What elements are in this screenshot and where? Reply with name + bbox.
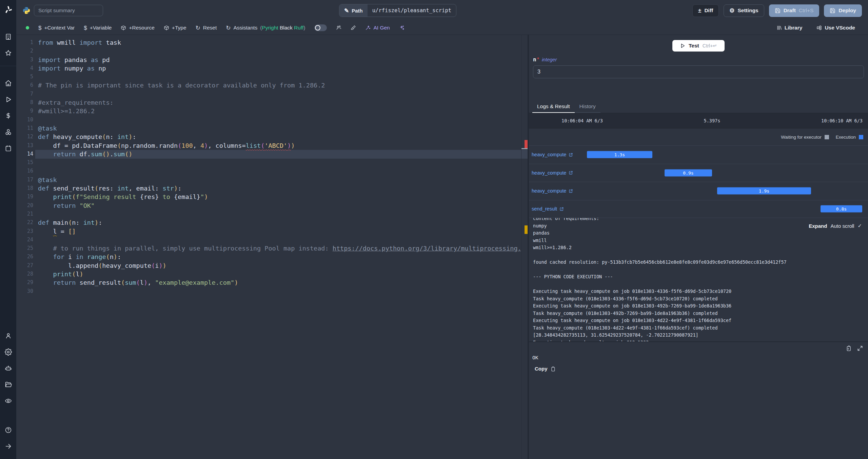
calendar-icon[interactable]	[0, 140, 16, 156]
code-line[interactable]: return send_result(sum(l), "example@exam…	[38, 278, 521, 287]
code-line[interactable]	[38, 236, 521, 244]
code-line[interactable]: #extra_requirements:	[38, 98, 521, 107]
draft-button[interactable]: Draft Ctrl+S	[769, 4, 820, 17]
line-number: 1	[16, 38, 33, 47]
task-link[interactable]: heavy_compute	[532, 152, 573, 157]
code-line[interactable]: def main(n: int):	[38, 218, 521, 227]
code-line[interactable]: return "OK"	[38, 201, 521, 210]
line-number: 5	[16, 73, 33, 81]
code-line[interactable]: print(f"Sending result {res} to {email}"…	[38, 193, 521, 201]
copy-button[interactable]: Copy	[535, 366, 868, 372]
ai-gen-button[interactable]: AI Gen	[365, 25, 390, 31]
end-time: 10:06:10 AM 6/3	[821, 118, 863, 123]
code-line[interactable]	[38, 90, 521, 98]
eye-icon[interactable]	[0, 393, 16, 409]
fullscreen-icon[interactable]	[857, 345, 863, 352]
code-line[interactable]: l.append(heavy_compute(i))	[38, 261, 521, 270]
code-lines[interactable]: from wmill import task import pandas as …	[38, 38, 521, 296]
duration-bar[interactable]: 0.9s	[665, 169, 712, 176]
code-line[interactable]	[38, 116, 521, 124]
library-button[interactable]: Library	[776, 25, 803, 31]
add-type-button[interactable]: +Type	[164, 25, 186, 31]
add-variable-button[interactable]: $ +Variable	[84, 25, 112, 31]
task-link[interactable]: send_result	[532, 206, 564, 212]
duration-bar[interactable]: 1.9s	[717, 187, 811, 195]
code-line[interactable]	[38, 210, 521, 218]
code-line[interactable]: l = []	[38, 227, 521, 236]
reset-button[interactable]: ↻ Reset	[196, 25, 217, 31]
vscode-icon	[816, 25, 822, 31]
help-icon[interactable]	[0, 422, 16, 438]
diff-label: Diff	[704, 7, 713, 14]
code-line[interactable]: import pandas as pd	[38, 56, 521, 64]
use-vscode-button[interactable]: Use VScode	[816, 25, 855, 31]
sparkles-button[interactable]	[399, 25, 405, 31]
task-link[interactable]: heavy_compute	[532, 188, 573, 194]
line-number: 2	[16, 47, 33, 55]
code-line[interactable]: @task	[38, 176, 521, 184]
line-number: 11	[16, 124, 33, 133]
home-icon[interactable]	[0, 75, 16, 91]
code-line[interactable]: # The pin is important since task is a d…	[38, 81, 521, 89]
settings-button[interactable]: ⚙ Settings	[724, 4, 764, 17]
code-line[interactable]	[38, 47, 521, 55]
add-resource-button[interactable]: +Resource	[121, 25, 154, 31]
duration-bar[interactable]: 0.8s	[821, 205, 862, 213]
test-button[interactable]: Test Ctrl+↵	[672, 40, 725, 52]
gear-icon[interactable]	[0, 344, 16, 360]
code-line[interactable]	[38, 158, 521, 167]
sidebar-divider	[0, 66, 16, 66]
folder-icon[interactable]	[0, 376, 16, 393]
code-line[interactable]	[38, 73, 521, 81]
autoscroll-toggle[interactable]: Auto scroll	[830, 223, 854, 229]
dollar-icon[interactable]	[0, 107, 16, 124]
play-icon[interactable]	[0, 91, 16, 107]
robot-icon[interactable]	[0, 360, 16, 376]
pyright-badge: Pyright	[262, 25, 278, 31]
external-link-icon	[559, 207, 564, 211]
code-line[interactable]	[38, 167, 521, 175]
code-line[interactable]: @task	[38, 124, 521, 133]
error-marker	[525, 140, 528, 148]
code-line[interactable]: df = pd.DataFrame(np.random.randn(100, 4…	[38, 141, 521, 150]
check-icon: ✓	[857, 223, 862, 229]
duration-bar[interactable]: 1.3s	[587, 151, 652, 158]
add-context-var-button[interactable]: $ +Context Var	[38, 25, 75, 31]
expand-logs-button[interactable]: Expand	[809, 223, 827, 229]
code-line[interactable]: for i in range(n):	[38, 253, 521, 261]
assistant-toggle[interactable]	[314, 24, 327, 31]
user-icon[interactable]	[0, 327, 16, 344]
star-icon[interactable]	[0, 45, 16, 61]
boxes-icon[interactable]	[0, 124, 16, 140]
users-icon	[336, 25, 341, 31]
code-line[interactable]: def heavy_compute(n: int):	[38, 133, 521, 141]
line-number: 4	[16, 64, 33, 73]
code-line[interactable]: from wmill import task	[38, 38, 521, 47]
tab-history[interactable]: History	[575, 101, 600, 113]
building-icon[interactable]	[0, 28, 16, 45]
windmill-logo[interactable]	[0, 0, 16, 20]
code-editor[interactable]: 1234567891011121314151617181920212223242…	[16, 35, 528, 459]
copy-result-icon[interactable]	[845, 345, 852, 352]
path-widget[interactable]: ✎ Path u/rfiszel/pleasant_script	[339, 4, 456, 17]
arg-n-input[interactable]	[533, 65, 864, 78]
script-summary-input[interactable]	[34, 5, 103, 16]
tab-logs-result[interactable]: Logs & Result	[532, 101, 575, 113]
arrow-right-icon[interactable]	[0, 438, 16, 454]
log-output[interactable]: content of requirements:numpypandaswmill…	[529, 218, 868, 342]
code-line[interactable]: print(l)	[38, 270, 521, 278]
assistants-button[interactable]: ↻ Assistants (Pyright Black Ruff)	[226, 25, 305, 31]
overview-ruler[interactable]	[521, 35, 528, 459]
diff-button[interactable]: ± Diff	[692, 4, 719, 17]
ruff-badge: Ruff	[294, 25, 303, 31]
code-line[interactable]: #wmill>=1.286.2	[38, 107, 521, 115]
format-button[interactable]	[351, 25, 356, 31]
code-line[interactable]: import numpy as np	[38, 64, 521, 73]
code-line[interactable]: def send_result(res: int, email: str):	[38, 184, 521, 193]
task-link[interactable]: heavy_compute	[532, 170, 573, 176]
multiplayer-button[interactable]	[336, 25, 341, 31]
code-line[interactable]	[38, 287, 521, 296]
code-line[interactable]: # to run things in parallel, simply use …	[38, 244, 521, 253]
deploy-button[interactable]: Deploy	[824, 4, 862, 17]
code-line[interactable]: return df.sum().sum()	[38, 150, 521, 158]
